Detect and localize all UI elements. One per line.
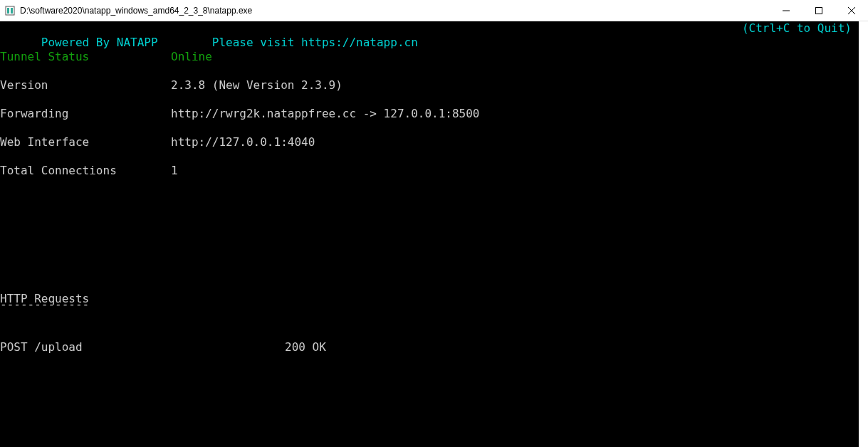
version-row: Version 2.3.8 (New Version 2.3.9) [0,78,859,93]
forwarding-row: Forwarding http://rwrg2k.natappfree.cc -… [0,107,859,121]
forwarding-label: Forwarding [0,107,171,121]
forwarding-value: http://rwrg2k.natappfree.cc -> 127.0.0.1… [171,107,479,121]
header-line: Powered By NATAPPPlease visit https://na… [0,21,859,36]
total-connections-row: Total Connections 1 [0,164,859,178]
maximize-button[interactable] [802,0,835,21]
http-request-method-path: POST /upload [0,340,285,354]
http-request-row: POST /upload 200 OK [0,340,859,354]
minimize-button[interactable] [770,0,802,21]
close-button[interactable] [835,0,868,21]
web-interface-row: Web Interface http://127.0.0.1:4040 [0,135,859,149]
window-title: D:\software2020\natapp_windows_amd64_2_3… [20,6,770,16]
total-connections-label: Total Connections [0,164,171,178]
version-value: 2.3.8 (New Version 2.3.9) [171,78,343,93]
http-request-status: 200 OK [285,340,326,354]
version-label: Version [0,78,171,93]
svg-rect-0 [6,6,14,15]
total-connections-value: 1 [171,164,178,178]
svg-rect-4 [816,7,822,14]
tunnel-status-label: Tunnel Status [0,50,171,64]
terminal-area[interactable]: Powered By NATAPPPlease visit https://na… [0,21,859,447]
web-interface-label: Web Interface [0,135,171,149]
svg-rect-1 [7,8,9,14]
svg-rect-2 [11,8,13,14]
web-interface-value: http://127.0.0.1:4040 [171,135,315,149]
quit-hint: (Ctrl+C to Quit) [742,21,852,36]
powered-by-label: Powered By NATAPP [41,36,212,50]
tunnel-status-value: Online [171,50,212,64]
window-controls [770,0,868,21]
app-icon [4,5,16,16]
visit-text: Please visit https://natapp.cn [212,36,418,49]
window-titlebar[interactable]: D:\software2020\natapp_windows_amd64_2_3… [0,0,868,21]
tunnel-status-row: Tunnel Status Online [0,50,859,64]
http-requests-underline: ------------- [0,302,859,307]
